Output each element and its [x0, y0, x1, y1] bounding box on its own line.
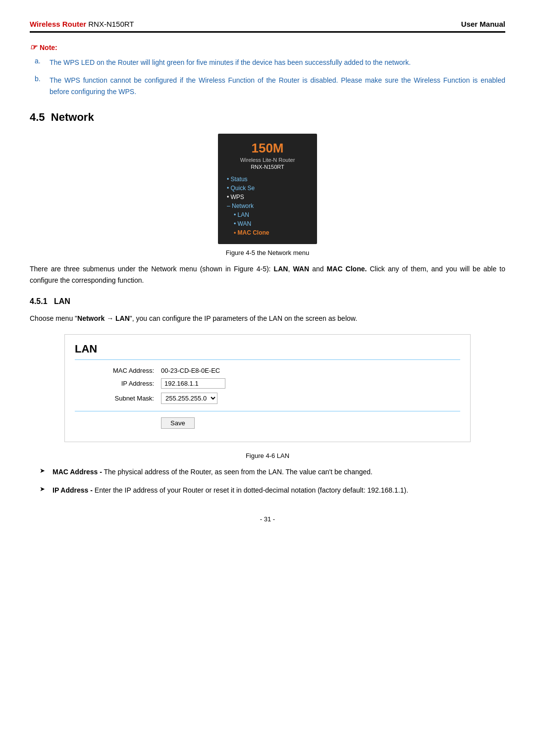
lan-save-row: Save	[75, 411, 460, 432]
section-title: 4.5 Network	[30, 111, 505, 124]
note-label-text: Note:	[40, 44, 57, 51]
lan-subnet-select[interactable]: 255.255.255.0 255.255.0.0 255.0.0.0	[161, 393, 217, 404]
lan-save-button[interactable]: Save	[161, 417, 195, 429]
lan-subnet-row: Subnet Mask: 255.255.255.0 255.255.0.0 2…	[75, 393, 460, 404]
network-body-text: There are three submenus under the Netwo…	[30, 263, 505, 286]
bullet-ip: ➤ IP Address - Enter the IP address of y…	[40, 485, 505, 496]
section-number: 4.5	[30, 111, 45, 123]
lan-mac-label: MAC Address:	[95, 367, 154, 374]
lan-subnet-label: Subnet Mask:	[95, 395, 154, 402]
menu-status: • Status	[227, 175, 308, 184]
section-title-text: Network	[51, 111, 94, 123]
lan-ip-row: IP Address:	[75, 378, 460, 389]
header-brand: Wireless Router	[30, 20, 86, 28]
bullet-ip-text: IP Address - Enter the IP address of you…	[53, 485, 408, 496]
figure-5-container: 150M Wireless Lite-N Router RNX-N150RT •…	[30, 134, 505, 256]
note-icon: ☞	[30, 43, 37, 52]
subsection-number: 4.5.1	[30, 297, 48, 305]
note-label: ☞ Note:	[30, 43, 505, 52]
lan-box-title: LAN	[75, 343, 460, 360]
figure-6-caption: Figure 4-6 LAN	[30, 452, 505, 459]
header-manual: User Manual	[461, 20, 505, 28]
page: Wireless Router RNX-N150RT User Manual ☞…	[0, 0, 535, 543]
page-header: Wireless Router RNX-N150RT User Manual	[30, 20, 505, 33]
router-menu-image: 150M Wireless Lite-N Router RNX-N150RT •…	[218, 134, 317, 244]
note-item-a: a. The WPS LED on the Router will light …	[30, 57, 505, 68]
page-number: - 31 -	[30, 515, 505, 523]
menu-network: – Network	[227, 202, 308, 210]
note-section: ☞ Note: a. The WPS LED on the Router wil…	[30, 43, 505, 97]
menu-wan: • WAN	[227, 219, 308, 228]
lan-mac-row: MAC Address: 00-23-CD-E8-0E-EC	[75, 367, 460, 374]
header-left: Wireless Router RNX-N150RT	[30, 20, 134, 28]
bullet-mac: ➤ MAC Address - The physical address of …	[40, 466, 505, 477]
lan-ip-label: IP Address:	[95, 380, 154, 387]
router-model-menu: RNX-N150RT	[227, 164, 308, 170]
bullet-mac-text: MAC Address - The physical address of th…	[53, 466, 373, 477]
lan-ip-input[interactable]	[161, 378, 225, 389]
lan-bullets: ➤ MAC Address - The physical address of …	[40, 466, 505, 496]
subsection-title-text: LAN	[54, 297, 70, 305]
note-item-b-label: b.	[35, 75, 47, 97]
menu-macclone: • MAC Clone	[227, 228, 308, 237]
note-item-a-text: The WPS LED on the Router will light gre…	[50, 57, 411, 68]
lan-mac-value: 00-23-CD-E8-0E-EC	[161, 367, 220, 374]
note-item-a-label: a.	[35, 57, 47, 68]
note-item-b: b. The WPS function cannot be configured…	[30, 75, 505, 97]
router-subtitle: Wireless Lite-N Router	[227, 157, 308, 163]
bullet-arrow-ip: ➤	[40, 485, 48, 493]
figure-5-caption: Figure 4-5 the Network menu	[226, 249, 309, 256]
subsection-title: 4.5.1 LAN	[30, 297, 505, 306]
router-speed: 150M	[227, 141, 308, 156]
note-item-b-text: The WPS function cannot be configured if…	[50, 75, 505, 97]
menu-quickse: • Quick Se	[227, 184, 308, 193]
lan-intro-text: Choose menu "Network → LAN", you can con…	[30, 313, 505, 324]
menu-lan: • LAN	[227, 210, 308, 219]
header-model: RNX-N150RT	[88, 20, 134, 28]
bullet-arrow-mac: ➤	[40, 467, 48, 474]
lan-form-box: LAN MAC Address: 00-23-CD-E8-0E-EC IP Ad…	[64, 334, 471, 442]
menu-wps: • WPS	[227, 193, 308, 202]
